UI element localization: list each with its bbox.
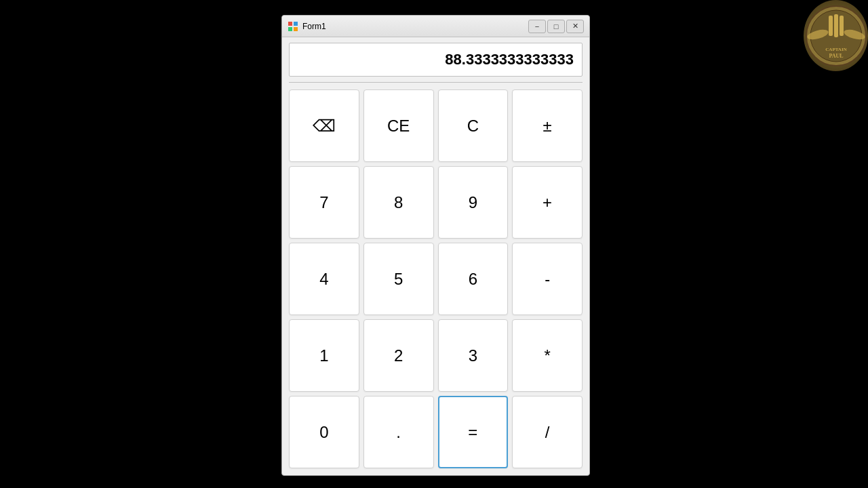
multiply-button[interactable]: *	[512, 319, 583, 392]
calculator-display: 88.3333333333333	[289, 43, 583, 77]
zero-button[interactable]: 0	[289, 396, 359, 468]
svg-rect-8	[829, 16, 833, 36]
seven-button[interactable]: 7	[289, 166, 359, 239]
minus-button[interactable]: -	[512, 243, 583, 315]
backspace-button[interactable]: ⌫	[289, 89, 359, 162]
display-value: 88.3333333333333	[445, 51, 574, 68]
window-title: Form1	[302, 22, 528, 31]
maximize-button[interactable]: □	[547, 20, 565, 33]
plus-button[interactable]: +	[512, 166, 583, 239]
app-icon	[288, 21, 298, 32]
svg-rect-10	[840, 16, 844, 36]
window-controls: − □ ✕	[528, 20, 584, 33]
plusminus-button[interactable]: ±	[512, 89, 583, 162]
title-bar: Form1 − □ ✕	[282, 16, 589, 37]
one-button[interactable]: 1	[289, 319, 359, 392]
svg-text:PAUL: PAUL	[829, 53, 843, 59]
svg-rect-9	[834, 14, 838, 37]
ce-button[interactable]: CE	[363, 89, 434, 162]
nine-button[interactable]: 9	[438, 166, 509, 239]
equals-button[interactable]: =	[438, 396, 509, 468]
clear-button[interactable]: C	[438, 89, 509, 162]
five-button[interactable]: 5	[363, 243, 434, 315]
svg-rect-1	[294, 22, 298, 26]
svg-rect-3	[294, 27, 298, 31]
decimal-button[interactable]: .	[363, 396, 434, 468]
minimize-button[interactable]: −	[528, 20, 546, 33]
two-button[interactable]: 2	[363, 319, 434, 392]
calculator-window: Form1 − □ ✕ 88.3333333333333 ⌫CEC±789+45…	[281, 15, 590, 476]
svg-rect-2	[288, 27, 292, 31]
display-divider	[289, 82, 583, 83]
divide-button[interactable]: /	[512, 396, 583, 468]
captain-paul-logo: CAPTAIN PAUL	[804, 0, 868, 71]
three-button[interactable]: 3	[438, 319, 509, 392]
button-grid: ⌫CEC±789+456-123*0.=/	[282, 85, 589, 475]
four-button[interactable]: 4	[289, 243, 359, 315]
six-button[interactable]: 6	[438, 243, 509, 315]
close-button[interactable]: ✕	[566, 20, 584, 33]
svg-text:CAPTAIN: CAPTAIN	[825, 47, 846, 52]
eight-button[interactable]: 8	[363, 166, 434, 239]
svg-rect-0	[288, 22, 292, 26]
